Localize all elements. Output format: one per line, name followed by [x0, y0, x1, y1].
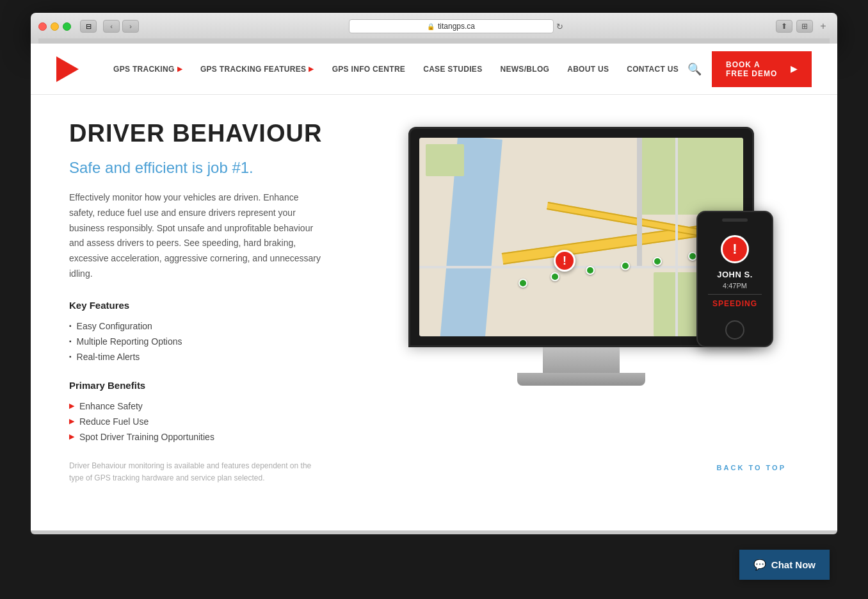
benefit-arrow-icon: ▶	[69, 432, 74, 441]
back-button[interactable]: ‹	[103, 20, 120, 33]
page-description: Effectively monitor how your vehicles ar…	[69, 190, 325, 282]
nav-news-blog[interactable]: NEWS/BLOG	[491, 44, 558, 95]
search-button[interactable]: 🔍	[687, 62, 702, 76]
maximize-button[interactable]	[63, 22, 71, 31]
key-features-list: Easy Configuration Multiple Reporting Op…	[69, 318, 325, 365]
nav-actions: 🔍 BOOK A FREE DEMO ▶	[687, 51, 812, 87]
website-content: GPS TRACKING ▶ GPS TRACKING FEATURES ▶ G…	[31, 44, 837, 530]
forward-button[interactable]: ›	[122, 20, 139, 33]
list-item: Easy Configuration	[69, 318, 325, 334]
traffic-lights	[38, 22, 71, 31]
sidebar-toggle-button[interactable]: ⊟	[80, 20, 97, 33]
monitor-mockup: ! ! JOHN S. 4:47PM SPE	[408, 127, 754, 386]
primary-benefits-list: ▶ Enhance Safety ▶ Reduce Fuel Use ▶ Spo…	[69, 398, 325, 445]
map-display: !	[419, 138, 743, 336]
list-item: ▶ Reduce Fuel Use	[69, 414, 325, 429]
site-header: GPS TRACKING ▶ GPS TRACKING FEATURES ▶ G…	[31, 44, 837, 95]
logo-icon	[56, 56, 79, 82]
nav-buttons: ‹ ›	[103, 20, 139, 33]
url-text: titangps.ca	[438, 22, 475, 31]
benefit-arrow-icon: ▶	[69, 402, 74, 410]
address-bar-wrap: 🔒 titangps.ca ↻	[145, 19, 769, 33]
list-item: ▶ Spot Driver Training Opportunities	[69, 429, 325, 445]
nav-gps-info-centre[interactable]: GPS INFO CENTRE	[323, 44, 415, 95]
browser-window: ⊟ ‹ › 🔒 titangps.ca ↻ ⬆ ⊞ +	[31, 13, 837, 44]
primary-benefits-heading: Primary Benefits	[69, 380, 325, 391]
content-left: DRIVER BEHAVIOUR Safe and efficient is j…	[69, 120, 325, 484]
monitor-stand-base	[517, 373, 645, 386]
list-item: ▶ Enhance Safety	[69, 398, 325, 414]
close-button[interactable]	[38, 22, 47, 31]
map-green-area	[641, 138, 743, 215]
key-features-heading: Key Features	[69, 300, 325, 311]
map-road	[637, 138, 642, 266]
site-logo	[56, 56, 79, 82]
nav-gps-tracking[interactable]: GPS TRACKING ▶	[104, 44, 191, 95]
phone-separator	[708, 294, 761, 295]
phone-speaker	[722, 218, 748, 222]
demo-arrow-icon: ▶	[791, 64, 798, 74]
new-tab-button[interactable]: +	[817, 20, 830, 33]
nav-case-studies[interactable]: CASE STUDIES	[414, 44, 491, 95]
vehicle-dot	[518, 279, 527, 288]
phone-mockup: ! JOHN S. 4:47PM SPEEDING	[696, 211, 773, 347]
disclaimer-text: Driver Behaviour monitoring is available…	[69, 460, 325, 484]
nav-arrow-icon: ▶	[309, 65, 314, 72]
content-right: ! ! JOHN S. 4:47PM SPE	[351, 120, 812, 484]
alert-marker: !	[554, 250, 575, 272]
phone-home-button	[725, 320, 744, 340]
book-demo-button[interactable]: BOOK A FREE DEMO ▶	[712, 51, 812, 87]
lock-icon: 🔒	[427, 23, 435, 30]
nav-arrow-icon: ▶	[177, 65, 182, 72]
reload-button[interactable]: ↻	[554, 20, 567, 33]
phone-alert-icon: !	[721, 235, 749, 263]
nav-about-us[interactable]: ABOUT US	[558, 44, 618, 95]
phone-status: SPEEDING	[712, 299, 757, 308]
phone-driver-name: JOHN S.	[717, 270, 753, 279]
map-road	[419, 266, 739, 268]
page-title: DRIVER BEHAVIOUR	[69, 120, 325, 147]
phone-screen: ! JOHN S. 4:47PM SPEEDING	[702, 227, 768, 316]
sidebar-button[interactable]: ⊞	[796, 20, 813, 33]
nav-contact-us[interactable]: CONTACT US	[618, 44, 687, 95]
monitor-stand-neck	[543, 347, 620, 373]
browser-actions: ⬆ ⊞ +	[776, 20, 830, 33]
browser-bottom-bar	[31, 530, 837, 534]
vehicle-dot	[551, 272, 559, 281]
vehicle-dot	[621, 261, 630, 270]
browser-titlebar: ⊟ ‹ › 🔒 titangps.ca ↻ ⬆ ⊞ +	[38, 19, 830, 38]
monitor-screen: !	[419, 138, 743, 336]
list-item: Multiple Reporting Options	[69, 334, 325, 349]
vehicle-dot	[688, 252, 697, 261]
share-button[interactable]: ⬆	[776, 20, 792, 33]
vehicle-dot	[653, 257, 662, 266]
map-green-area	[426, 144, 464, 176]
list-item: Real-time Alerts	[69, 349, 325, 365]
back-to-top-button[interactable]: BACK TO TOP	[717, 464, 786, 472]
address-bar[interactable]: 🔒 titangps.ca	[349, 19, 554, 33]
vehicle-dot	[586, 266, 595, 275]
map-road	[675, 138, 678, 336]
site-nav: GPS TRACKING ▶ GPS TRACKING FEATURES ▶ G…	[104, 44, 687, 95]
nav-gps-tracking-features[interactable]: GPS TRACKING FEATURES ▶	[191, 44, 323, 95]
main-content: DRIVER BEHAVIOUR Safe and efficient is j…	[31, 95, 837, 510]
benefit-arrow-icon: ▶	[69, 417, 74, 425]
minimize-button[interactable]	[51, 22, 59, 31]
phone-body: ! JOHN S. 4:47PM SPEEDING	[696, 211, 773, 347]
phone-time: 4:47PM	[723, 282, 747, 290]
page-subtitle: Safe and efficient is job #1.	[69, 158, 325, 177]
